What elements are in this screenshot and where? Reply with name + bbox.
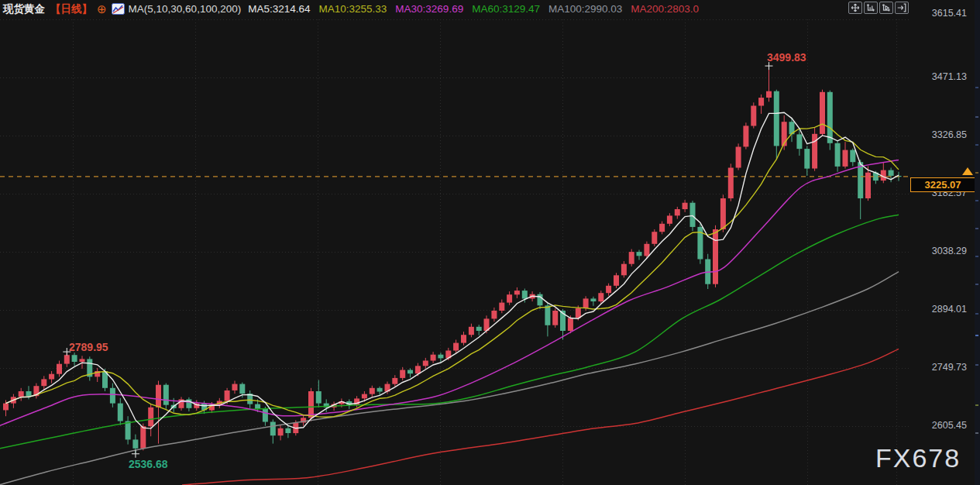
- candle-body: [370, 388, 375, 394]
- candle-body: [285, 428, 291, 433]
- candle-body: [568, 318, 573, 331]
- candle-body: [156, 385, 161, 408]
- candle-body: [774, 91, 779, 146]
- candle-body: [675, 209, 680, 215]
- candle-body: [667, 215, 672, 223]
- edge-speck: [975, 364, 978, 366]
- candle-body: [690, 203, 696, 227]
- candle-body: [552, 311, 558, 325]
- candle-body: [26, 391, 32, 396]
- ma100-value: MA100:2990.03: [548, 3, 622, 15]
- candle-body: [377, 388, 383, 392]
- candle-body: [590, 298, 596, 301]
- candle-body: [232, 384, 238, 390]
- candle-body: [476, 327, 482, 331]
- pan-icon[interactable]: [848, 2, 862, 14]
- edge-speck: [975, 313, 978, 315]
- candle-body: [850, 150, 855, 163]
- candle-body: [683, 203, 688, 209]
- candle-body: [438, 355, 443, 359]
- candle-body: [57, 364, 62, 374]
- candle-body: [263, 409, 268, 422]
- candle-body: [538, 294, 543, 306]
- candle-body: [3, 404, 9, 411]
- chart-canvas[interactable]: [0, 0, 980, 485]
- axis-label: 2605.45: [913, 420, 967, 431]
- candle-body: [255, 404, 260, 409]
- axis-label: 2894.01: [913, 304, 967, 315]
- candle-body: [629, 252, 634, 264]
- export-icon[interactable]: [895, 2, 909, 14]
- edge-speck: [975, 116, 978, 118]
- candle-body: [889, 170, 894, 176]
- price-up-arrow-icon: [962, 167, 973, 175]
- axis-label: 3471.13: [913, 71, 967, 82]
- candle-body: [407, 370, 413, 374]
- candle-body: [308, 391, 314, 418]
- candle-body: [583, 298, 589, 308]
- candle-body: [362, 394, 367, 399]
- candle-body: [652, 232, 657, 244]
- candle-body: [316, 391, 322, 404]
- candle-body: [820, 92, 825, 134]
- candle-body: [598, 293, 603, 301]
- candle-body: [491, 311, 497, 318]
- axis-label: 3326.85: [913, 129, 967, 140]
- candle-body: [499, 303, 504, 311]
- candle-body: [392, 378, 397, 384]
- candle-body: [522, 291, 528, 298]
- candle-body: [270, 422, 276, 436]
- compare-add-icon[interactable]: ⊕: [97, 4, 107, 15]
- candle-body: [132, 439, 138, 448]
- edge-speck: [975, 335, 978, 336]
- ma-line-ma200: [182, 349, 899, 485]
- candle-body: [118, 404, 123, 421]
- candle-body: [728, 168, 734, 199]
- candle-body: [659, 224, 665, 232]
- candle-body: [545, 305, 550, 325]
- edge-speck: [975, 172, 978, 174]
- candle-body: [225, 390, 230, 401]
- edge-speck: [975, 432, 978, 434]
- candles: [3, 66, 902, 454]
- chart-header: 现货黄金 【日线】 ⊕ MA(5,10,30,60,100,200) MA5:3…: [3, 2, 707, 16]
- candle-body: [126, 421, 131, 440]
- price-annotation: 2789.95: [69, 341, 108, 353]
- axis-zoom-icon[interactable]: [864, 2, 878, 14]
- candle-body: [19, 391, 24, 397]
- candle-body: [148, 408, 153, 426]
- edge-speck: [975, 284, 978, 285]
- candle-body: [72, 355, 77, 362]
- edge-speck: [975, 256, 978, 257]
- candle-body: [758, 98, 764, 105]
- candle-body: [514, 291, 520, 294]
- candle-body: [827, 92, 833, 143]
- candle-body: [64, 355, 70, 363]
- axis-play-icon[interactable]: [879, 2, 893, 14]
- candle-body: [576, 308, 581, 318]
- ma-line-ma10: [6, 124, 899, 417]
- candle-body: [614, 275, 619, 286]
- candle-body: [163, 385, 169, 405]
- candle-body: [743, 126, 748, 146]
- edge-speck: [975, 404, 978, 406]
- candle-body: [843, 150, 848, 167]
- period-label[interactable]: 【日线】: [50, 2, 92, 16]
- candle-body: [41, 379, 46, 386]
- edge-speck: [975, 144, 978, 146]
- candle-body: [110, 388, 115, 404]
- candle-body: [736, 147, 741, 168]
- candle-body: [713, 229, 718, 284]
- ma30-value: MA30:3269.69: [395, 3, 463, 15]
- gridlines: [0, 19, 911, 485]
- axis-label: 3615.41: [913, 8, 967, 19]
- chart-type-icon[interactable]: [112, 3, 125, 15]
- axis-label: 2749.73: [913, 362, 967, 373]
- candle-body: [835, 143, 841, 167]
- price-annotation: 2536.68: [129, 458, 168, 470]
- ma-line-ma30: [0, 160, 899, 426]
- candle-body: [453, 343, 459, 351]
- price-axis[interactable]: 3615.413471.133326.853182.573038.292894.…: [913, 0, 971, 485]
- edge-speck: [975, 228, 978, 229]
- candle-body: [80, 359, 85, 362]
